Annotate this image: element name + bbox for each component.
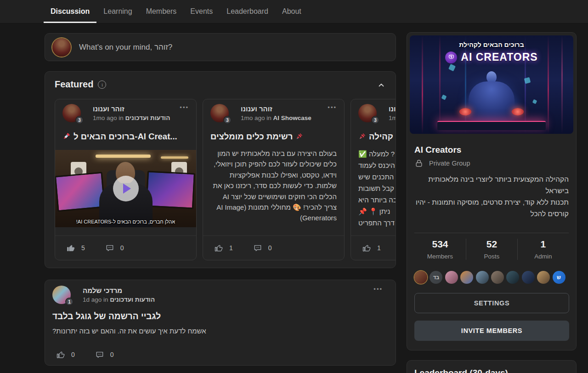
thumbs-up-icon	[66, 243, 75, 252]
like-count: 1	[377, 244, 381, 252]
level-badge: 3	[371, 116, 379, 124]
post-title[interactable]: לגביי הרשמה של גוגל בלבד	[52, 311, 388, 321]
group-stats: 534Members 52Posts 1Admin	[414, 239, 569, 260]
comment-count: 0	[268, 244, 272, 252]
featured-post-card[interactable]: 3 זוהר וענונו 1mo קהילה ✅ למעלה ?היכנס ל…	[351, 99, 396, 260]
member-avatar[interactable]	[506, 271, 519, 284]
top-nav: DiscussionLearningMembersEventsLeaderboa…	[0, 0, 588, 23]
thumbs-up-icon	[56, 350, 65, 359]
post-body-line: בה ביותר היא	[358, 194, 396, 206]
post-body: ✅ למעלה ?היכנס לעמודהתכנים שישקבל תשובות…	[358, 148, 396, 229]
author-name[interactable]: מרדכי שלמה	[83, 287, 122, 294]
stat-admin[interactable]: 1Admin	[517, 239, 569, 260]
featured-post-card[interactable]: 3 זוהר וענונו 1mo ago in AI Showcase •••…	[203, 99, 345, 260]
feed-post-card[interactable]: 1 מרדכי שלמה 1d ago in הודעות ועדכונים •…	[45, 280, 396, 366]
settings-button[interactable]: SETTINGS	[414, 293, 569, 313]
video-thumbnail[interactable]: אהלן חברים, ברוכים הבאים ל-AI CREATORS!	[55, 150, 196, 227]
pushpin-icon	[358, 132, 366, 143]
like-button[interactable]: 1	[214, 243, 233, 252]
featured-section: Featured i 3 זוהר וענונו 1mo ago in הודע…	[45, 71, 396, 268]
like-count: 0	[71, 351, 75, 358]
member-avatar[interactable]	[491, 271, 504, 284]
thumbs-up-icon	[362, 243, 371, 252]
stat-posts[interactable]: 52Posts	[466, 239, 517, 260]
featured-post-card[interactable]: 3 זוהר וענונו 1mo ago in הודעות ועדכונים…	[55, 99, 197, 260]
comment-icon	[95, 350, 104, 359]
invite-members-button[interactable]: INVITE MEMBERS	[414, 321, 569, 341]
brain-logo-icon	[445, 52, 457, 63]
member-avatar[interactable]: ש	[553, 271, 565, 284]
member-avatar[interactable]	[414, 271, 427, 284]
comment-button[interactable]: 0	[105, 243, 124, 252]
thumbs-up-icon	[214, 243, 223, 252]
banner-welcome-text: ברוכים הבאים לקהילת	[410, 41, 573, 48]
board-name: הודעות ועדכונים	[110, 296, 155, 303]
level-badge: 3	[223, 116, 232, 124]
collapse-chevron-up-icon[interactable]	[377, 81, 385, 91]
tab-members[interactable]: Members	[139, 0, 184, 23]
member-avatars-row: בדש	[414, 271, 568, 284]
post-body-line: קבל תשובות	[358, 183, 396, 194]
post-title[interactable]: רשימת כלים מומלצים	[210, 132, 337, 143]
monitor-left	[55, 172, 105, 212]
member-avatar[interactable]	[537, 271, 550, 284]
tab-learning[interactable]: Learning	[96, 0, 139, 23]
leaderboard-card: Leaderboard (30-days)	[407, 360, 577, 373]
composer-prompt[interactable]: What's on your mind, זוהר?	[79, 43, 172, 52]
current-user-avatar[interactable]	[52, 38, 71, 57]
play-button-icon[interactable]	[113, 176, 139, 201]
tab-events[interactable]: Events	[183, 0, 220, 23]
comment-icon	[253, 243, 262, 252]
post-title[interactable]: קהילה	[358, 132, 396, 143]
like-count: 1	[229, 244, 233, 252]
like-button[interactable]: 5	[66, 243, 85, 252]
video-caption: אהלן חברים, ברוכים הבאים ל-AI CREATORS!	[55, 219, 196, 224]
tab-leaderboard[interactable]: Leaderboard	[220, 0, 275, 23]
member-avatar[interactable]	[445, 271, 458, 284]
group-info-card: ברוכים הבאים לקהילת AI CREATORS AI Creat…	[407, 32, 577, 350]
comment-button[interactable]: 0	[95, 350, 114, 359]
comment-icon	[105, 243, 114, 252]
banner-logo-text: AI CREATORS	[461, 51, 537, 63]
comment-count: 0	[110, 351, 114, 358]
post-body: בעולם היצירה עם בינה מלאכותית יש המון כל…	[210, 148, 337, 224]
author-name[interactable]: זוהר וענונו	[241, 105, 272, 113]
author-name[interactable]: זוהר וענונו	[93, 105, 124, 113]
post-title[interactable]: ברוכים הבאים ל-AI Creat...	[62, 132, 189, 143]
post-meta: 1mo ago in AI Showcase	[241, 115, 311, 121]
member-avatar[interactable]	[476, 271, 489, 284]
like-button[interactable]: 0	[56, 350, 75, 359]
post-meta: 1d ago in הודעות ועדכונים	[83, 296, 155, 303]
post-menu-icon[interactable]: •••	[180, 104, 189, 111]
stat-members[interactable]: 534Members	[414, 239, 466, 260]
member-avatar[interactable]	[522, 271, 535, 284]
tab-about[interactable]: About	[275, 0, 308, 23]
info-icon[interactable]: i	[98, 80, 106, 89]
post-body-line: ✅ למעלה ?	[358, 148, 396, 160]
comment-button[interactable]: 0	[253, 243, 272, 252]
group-banner-image: ברוכים הבאים לקהילת AI CREATORS	[410, 35, 573, 134]
monitor-right	[146, 171, 195, 209]
post-menu-icon[interactable]: •••	[373, 286, 383, 293]
member-avatar[interactable]	[460, 271, 473, 284]
post-body-line: היכנס לעמוד	[358, 160, 396, 171]
group-description: הקהילה המקצועית ביותר ליוצרי בינה מלאכות…	[414, 173, 569, 219]
post-menu-icon[interactable]: •••	[328, 104, 337, 111]
board-name: AI Showcase	[273, 115, 311, 121]
rocket-icon	[62, 132, 71, 143]
post-body-line: ניתן 📍 📌	[358, 206, 396, 217]
like-button[interactable]: 1	[362, 243, 381, 252]
level-badge: 3	[75, 116, 84, 124]
member-avatar[interactable]: בד	[430, 271, 442, 284]
comment-count: 0	[120, 244, 124, 252]
tab-discussion[interactable]: Discussion	[44, 0, 96, 23]
like-count: 5	[81, 244, 85, 252]
post-body-line: התכנים שיש	[358, 171, 396, 183]
post-body-line: דרך התפריט	[358, 217, 396, 229]
featured-title: Featured	[55, 79, 93, 90]
group-privacy: Private Group	[414, 159, 470, 168]
author-name[interactable]: זוהר וענונו	[389, 105, 396, 113]
leaderboard-title: Leaderboard (30-days)	[414, 368, 508, 373]
lock-icon	[414, 159, 424, 168]
post-composer[interactable]: What's on your mind, זוהר?	[45, 33, 396, 61]
